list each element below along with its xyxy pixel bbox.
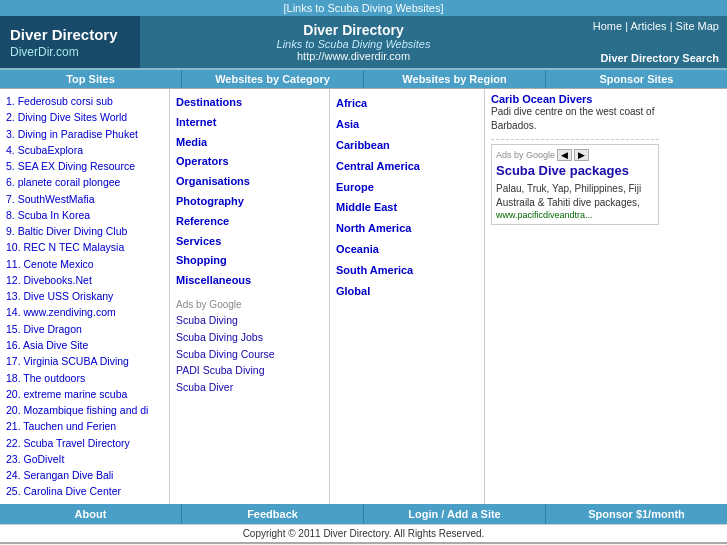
top-site-link[interactable]: 21. Tauchen und Ferien xyxy=(6,420,116,432)
category-link[interactable]: Photography xyxy=(176,192,323,212)
list-item: 3. Diving in Paradise Phuket xyxy=(6,126,163,142)
category-link[interactable]: Miscellaneous xyxy=(176,271,323,291)
region-link[interactable]: Oceania xyxy=(336,239,478,260)
list-item: 18. The outdoors xyxy=(6,370,163,386)
site-name: Diver Directory xyxy=(146,22,561,38)
top-sites-list: 1. Federosub corsi sub2. Diving Dive Sit… xyxy=(6,93,163,500)
category-link[interactable]: Reference xyxy=(176,212,323,232)
header-right: Home | Articles | Site Map Diver Directo… xyxy=(567,16,727,68)
top-site-link[interactable]: 3. Diving in Paradise Phuket xyxy=(6,128,138,140)
top-site-link[interactable]: 22. Scuba Travel Directory xyxy=(6,437,130,449)
list-item: 14. www.zendiving.com xyxy=(6,304,163,320)
category-link[interactable]: Shopping xyxy=(176,251,323,271)
footer-about[interactable]: About xyxy=(0,504,182,524)
list-item: 4. ScubaExplora xyxy=(6,142,163,158)
col-header-top-sites: Top Sites xyxy=(0,70,182,88)
top-site-link[interactable]: 4. ScubaExplora xyxy=(6,144,83,156)
category-link[interactable]: Destinations xyxy=(176,93,323,113)
col-header-by-region: Websites by Region xyxy=(364,70,546,88)
top-site-link[interactable]: 10. REC N TEC Malaysia xyxy=(6,241,124,253)
col-header-by-category: Websites by Category xyxy=(182,70,364,88)
region-link[interactable]: Caribbean xyxy=(336,135,478,156)
list-item: 25. Carolina Dive Center xyxy=(6,483,163,499)
nav-articles-link[interactable]: Articles xyxy=(631,20,667,32)
col-region: AfricaAsiaCaribbeanCentral AmericaEurope… xyxy=(330,89,485,504)
region-link[interactable]: Global xyxy=(336,281,478,302)
nav-home-link[interactable]: Home xyxy=(593,20,622,32)
footer-sponsor[interactable]: Sponsor $1/month xyxy=(546,504,727,524)
copyright: Copyright © 2011 Diver Directory. All Ri… xyxy=(0,524,727,542)
ad-url: www.pacificdiveandtra... xyxy=(496,210,654,220)
list-item: 7. SouthWestMafia xyxy=(6,191,163,207)
list-item: 13. Dive USS Oriskany xyxy=(6,288,163,304)
footer-login[interactable]: Login / Add a Site xyxy=(364,504,546,524)
google-next-btn[interactable]: ▶ xyxy=(574,149,589,161)
google-prev-btn[interactable]: ◀ xyxy=(557,149,572,161)
region-link[interactable]: Asia xyxy=(336,114,478,135)
google-category-link[interactable]: Scuba Diver xyxy=(176,379,323,396)
category-link[interactable]: Media xyxy=(176,133,323,153)
top-bar: [Links to Scuba Diving Websites] xyxy=(0,0,727,16)
top-site-link[interactable]: 9. Baltic Diver Diving Club xyxy=(6,225,127,237)
list-item: 15. Dive Dragon xyxy=(6,321,163,337)
google-category-link[interactable]: Scuba Diving xyxy=(176,312,323,329)
region-link[interactable]: Middle East xyxy=(336,197,478,218)
top-site-link[interactable]: 18. The outdoors xyxy=(6,372,85,384)
list-item: 6. planete corail plongee xyxy=(6,174,163,190)
category-link[interactable]: Operators xyxy=(176,152,323,172)
google-category-link[interactable]: Scuba Diving Course xyxy=(176,346,323,363)
top-site-link[interactable]: 2. Diving Dive Sites World xyxy=(6,111,127,123)
region-link[interactable]: Europe xyxy=(336,177,478,198)
main-content: 1. Federosub corsi sub2. Diving Dive Sit… xyxy=(0,88,727,504)
top-site-link[interactable]: 13. Dive USS Oriskany xyxy=(6,290,113,302)
logo-title-line1: Diver Directory xyxy=(10,25,130,45)
top-site-link[interactable]: 20. Mozambique fishing and di xyxy=(6,404,148,416)
top-site-link[interactable]: 5. SEA EX Diving Resource xyxy=(6,160,135,172)
list-item: 11. Cenote Mexico xyxy=(6,256,163,272)
top-site-link[interactable]: 8. Scuba In Korea xyxy=(6,209,90,221)
top-site-link[interactable]: 20. extreme marine scuba xyxy=(6,388,127,400)
feedback-link[interactable]: Feedback xyxy=(247,508,298,520)
site-url: http://www.diverdir.com xyxy=(146,50,561,62)
list-item: 20. Mozambique fishing and di xyxy=(6,402,163,418)
top-site-link[interactable]: 12. Divebooks.Net xyxy=(6,274,92,286)
region-link[interactable]: South America xyxy=(336,260,478,281)
ads-by-google-label: Ads by Google xyxy=(496,150,555,160)
top-site-link[interactable]: 23. GoDiveIt xyxy=(6,453,64,465)
category-link[interactable]: Services xyxy=(176,232,323,252)
category-link[interactable]: Internet xyxy=(176,113,323,133)
top-site-link[interactable]: 25. Carolina Dive Center xyxy=(6,485,121,497)
google-ad-box: Ads by Google ◀ ▶ Scuba Dive packages Pa… xyxy=(491,144,659,225)
footer-feedback[interactable]: Feedback xyxy=(182,504,364,524)
header: Diver Directory DiverDir.com Diver Direc… xyxy=(0,16,727,70)
category-ads-label: Ads by Google xyxy=(176,299,323,310)
top-site-link[interactable]: 17. Virginia SCUBA Diving xyxy=(6,355,129,367)
google-category-link[interactable]: PADI Scuba Diving xyxy=(176,362,323,379)
top-site-link[interactable]: 15. Dive Dragon xyxy=(6,323,82,335)
top-site-link[interactable]: 1. Federosub corsi sub xyxy=(6,95,113,107)
list-item: 9. Baltic Diver Diving Club xyxy=(6,223,163,239)
region-link[interactable]: Central America xyxy=(336,156,478,177)
list-item: 5. SEA EX Diving Resource xyxy=(6,158,163,174)
region-link[interactable]: North America xyxy=(336,218,478,239)
ad-heading: Scuba Dive packages xyxy=(496,163,654,180)
list-item: 12. Divebooks.Net xyxy=(6,272,163,288)
category-link[interactable]: Organisations xyxy=(176,172,323,192)
login-link[interactable]: Login / Add a Site xyxy=(408,508,500,520)
col-top-sites: 1. Federosub corsi sub2. Diving Dive Sit… xyxy=(0,89,170,504)
ad-body: Palau, Truk, Yap, Philippines, Fiji Aust… xyxy=(496,182,654,210)
nav-sitemap-link[interactable]: Site Map xyxy=(676,20,719,32)
divider xyxy=(491,139,659,140)
top-site-link[interactable]: 6. planete corail plongee xyxy=(6,176,120,188)
top-site-link[interactable]: 16. Asia Dive Site xyxy=(6,339,88,351)
top-site-link[interactable]: 7. SouthWestMafia xyxy=(6,193,95,205)
region-link[interactable]: Africa xyxy=(336,93,478,114)
sponsor-link[interactable]: Sponsor $1/month xyxy=(588,508,685,520)
about-link[interactable]: About xyxy=(75,508,107,520)
google-category-link[interactable]: Scuba Diving Jobs xyxy=(176,329,323,346)
top-site-link[interactable]: 24. Serangan Dive Bali xyxy=(6,469,113,481)
col-sponsors: Carib Ocean Divers Padi dive centre on t… xyxy=(485,89,665,504)
sponsor-name[interactable]: Carib Ocean Divers xyxy=(491,93,659,105)
top-site-link[interactable]: 14. www.zendiving.com xyxy=(6,306,116,318)
top-site-link[interactable]: 11. Cenote Mexico xyxy=(6,258,94,270)
